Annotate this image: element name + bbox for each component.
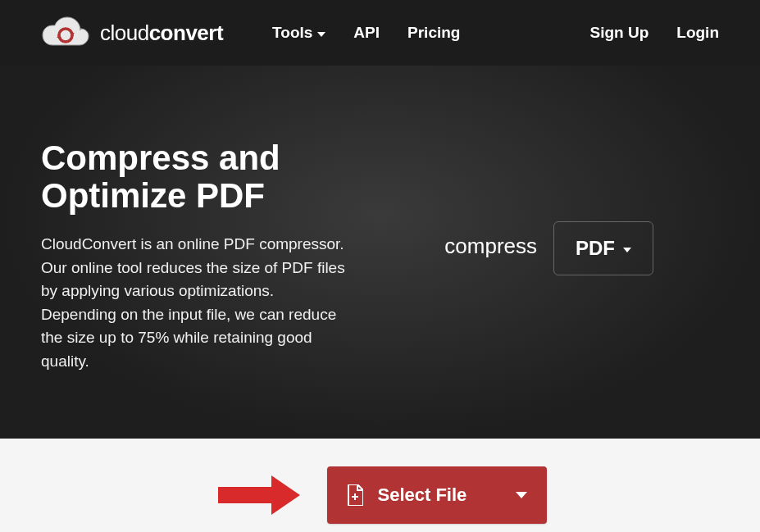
select-file-label: Select File: [378, 484, 467, 506]
nav-api-label: API: [353, 24, 380, 42]
chevron-down-icon: [516, 492, 527, 498]
brand-text: cloudconvert: [100, 20, 223, 46]
header: cloudconvert Tools API Pricing Sign Up L…: [0, 0, 760, 66]
nav-tools-label: Tools: [272, 24, 312, 42]
nav-api[interactable]: API: [353, 24, 380, 42]
arrow-right-icon: [214, 472, 304, 518]
hero-section: Compress and Optimize PDF CloudConvert i…: [0, 66, 760, 439]
auth-nav: Sign Up Login: [590, 24, 719, 42]
compress-label: compress: [444, 234, 537, 259]
main-nav: Tools API Pricing: [272, 24, 460, 42]
nav-tools[interactable]: Tools: [272, 24, 325, 42]
nav-pricing-label: Pricing: [407, 24, 460, 42]
logo[interactable]: cloudconvert: [41, 16, 223, 50]
format-picker: compress PDF: [353, 139, 719, 373]
select-file-button[interactable]: Select File: [327, 466, 547, 524]
cloud-logo-icon: [41, 16, 90, 50]
nav-pricing[interactable]: Pricing: [407, 24, 460, 42]
chevron-down-icon: [317, 32, 325, 37]
login-link[interactable]: Login: [676, 24, 719, 42]
format-select[interactable]: PDF: [553, 221, 653, 275]
chevron-down-icon: [623, 248, 631, 252]
page-description: CloudConvert is an online PDF compressor…: [41, 233, 353, 373]
signup-link[interactable]: Sign Up: [590, 24, 649, 42]
action-area: Select File: [0, 439, 760, 532]
page-title: Compress and Optimize PDF: [41, 139, 353, 215]
hero-text: Compress and Optimize PDF CloudConvert i…: [41, 139, 353, 373]
format-select-value: PDF: [576, 237, 615, 260]
file-plus-icon: [347, 484, 363, 506]
